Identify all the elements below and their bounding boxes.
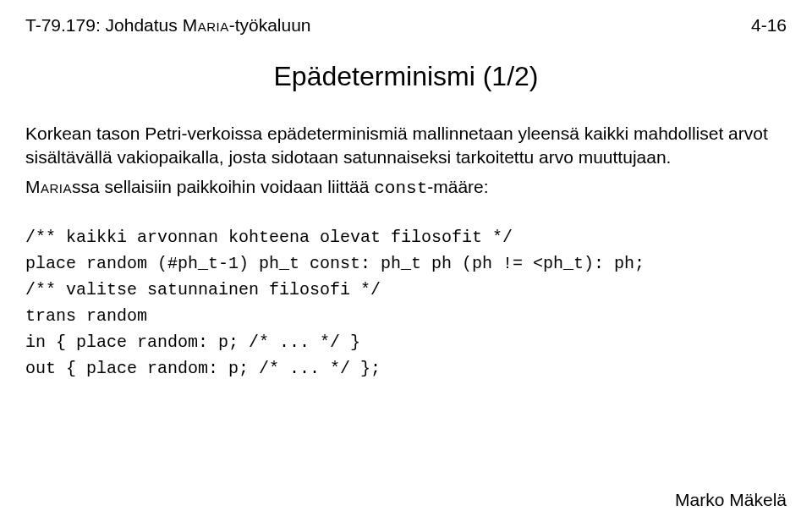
code-line-4: trans random bbox=[25, 306, 147, 326]
code-line-2: place random (#ph_t-1) ph_t const: ph_t … bbox=[25, 254, 645, 273]
code-line-6: out { place random: p; /* ... */ }; bbox=[25, 359, 381, 378]
header-left: T-79.179: Johdatus Maria-työkaluun bbox=[25, 15, 311, 36]
code-line-3: /** valitse satunnainen filosofi */ bbox=[25, 280, 381, 299]
para2-mid: ssa sellaisiin paikkoihin voidaan liittä… bbox=[72, 177, 374, 196]
para2-post: -määre: bbox=[427, 177, 488, 196]
paragraph-1: Korkean tason Petri-verkoissa epädetermi… bbox=[25, 122, 787, 170]
page-number: 4-16 bbox=[751, 15, 787, 36]
author-footer: Marko Mäkelä bbox=[675, 490, 787, 510]
course-code: T-79.179: Johdatus bbox=[25, 15, 183, 35]
course-suffix: -työkaluun bbox=[229, 15, 311, 35]
code-block: /** kaikki arvonnan kohteena olevat filo… bbox=[25, 224, 787, 382]
slide-header: T-79.179: Johdatus Maria-työkaluun 4-16 bbox=[25, 15, 787, 36]
maria-smallcaps: Maria bbox=[25, 177, 72, 196]
slide-title: Epädeterminismi (1/2) bbox=[25, 61, 787, 92]
paragraph-2: Mariassa sellaisiin paikkoihin voidaan l… bbox=[25, 175, 787, 201]
code-line-5: in { place random: p; /* ... */ } bbox=[25, 332, 360, 352]
code-line-1: /** kaikki arvonnan kohteena olevat filo… bbox=[25, 228, 513, 247]
tool-name: Maria bbox=[183, 15, 229, 35]
const-keyword: const bbox=[374, 179, 427, 198]
